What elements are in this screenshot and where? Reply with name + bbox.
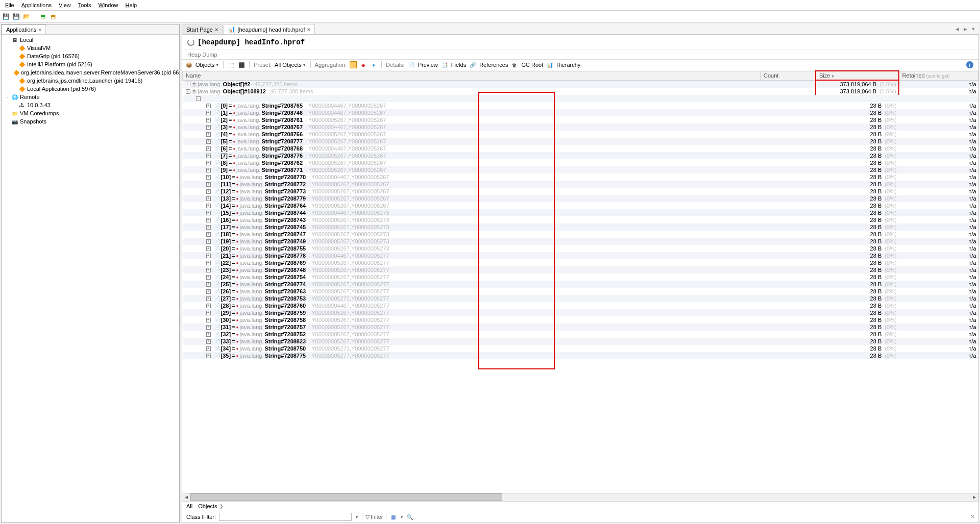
table-row[interactable]: + 📄 [32] = ● java.lang.String#7208752 : … (183, 331, 978, 338)
table-row[interactable]: + 📄 [0] = ● java.lang.String#7208765 : Y… (183, 102, 978, 109)
close-icon[interactable]: × (215, 27, 218, 33)
table-row[interactable]: + 📄 [15] = ● java.lang.String#7208744 : … (183, 209, 978, 216)
tree-node[interactable]: -🌐Remote (3, 93, 178, 101)
breadcrumb-all[interactable]: All (186, 503, 192, 509)
table-row[interactable]: + 📄 [9] = ● java.lang.String#7208771 : Y… (183, 166, 978, 173)
table-row[interactable]: + 📄 [20] = ● java.lang.String#7208755 : … (183, 245, 978, 252)
table-row[interactable]: + 📄 [18] = ● java.lang.String#7208747 : … (183, 231, 978, 238)
tree-node[interactable]: 🔶org.jetbrains.jps.cmdline.Launcher (pid… (3, 77, 178, 85)
table-row[interactable]: + 📄 [12] = ● java.lang.String#7208773 : … (183, 188, 978, 195)
tool1-icon[interactable]: ⬚ (228, 61, 235, 68)
table-row[interactable]: + 📄 [6] = ● java.lang.String#7208768 : Y… (183, 145, 978, 152)
objects-table[interactable]: Name Count Size▼ Retained (sort to get) … (182, 70, 978, 493)
table-row[interactable]: + 📄 [21] = ● java.lang.String#7208778 : … (183, 252, 978, 259)
close-icon[interactable]: × (307, 27, 310, 33)
table-row[interactable]: + 📄 [8] = ● java.lang.String#7208762 : Y… (183, 159, 978, 166)
preview-button[interactable]: Preview (418, 62, 438, 68)
plugin2-icon[interactable]: ⬒ (49, 13, 57, 21)
table-row[interactable]: + 📄 [17] = ● java.lang.String#7208745 : … (183, 223, 978, 231)
table-row[interactable]: + 📄 [24] = ● java.lang.String#7208754 : … (183, 273, 978, 281)
plugin-icon[interactable]: ⬒ (39, 13, 47, 21)
tab-start-page[interactable]: Start Page× (182, 24, 223, 34)
table-row[interactable]: + 📄 [7] = ● java.lang.String#7208776 : Y… (183, 152, 978, 159)
table-row[interactable]: + 📄 [35] = ● java.lang.String#7208775 : … (183, 352, 978, 359)
table-row[interactable]: + 📄 [28] = ● java.lang.String#7208760 : … (183, 302, 978, 309)
table-row[interactable]: + 📄 [13] = ● java.lang.String#7208779 : … (183, 195, 978, 202)
menu-view[interactable]: View (56, 1, 74, 9)
preset-dropdown[interactable]: All Objects▼ (275, 62, 306, 68)
filter-button[interactable]: ▽Filter (365, 514, 383, 520)
class-filter-input[interactable] (219, 513, 352, 521)
info-icon[interactable]: i (966, 61, 973, 68)
references-icon: 🔗 (469, 61, 476, 68)
menu-file[interactable]: FFileile (2, 1, 17, 9)
tree-node[interactable]: 📁VM Coredumps (3, 109, 178, 117)
menu-tools[interactable]: Tools (75, 1, 94, 9)
save-all-icon[interactable]: 💾 (12, 13, 20, 21)
menu-help[interactable]: Help (122, 1, 140, 9)
close-icon[interactable]: × (38, 27, 41, 33)
table-row[interactable]: + 📄 [3] = ● java.lang.String#7208767 : Y… (183, 123, 978, 131)
tree-node[interactable]: 📷Snapshots (3, 117, 178, 126)
agg3-icon[interactable]: ● (370, 61, 377, 68)
table-row[interactable]: + 📄 [30] = ● java.lang.String#7208758 : … (183, 316, 978, 323)
tree-node[interactable]: 🔶DataGrip (pid 16576) (3, 52, 178, 60)
tree-node[interactable]: -🖥Local (3, 36, 178, 44)
tree-node[interactable]: 🔶VisualVM (3, 44, 178, 52)
table-row[interactable]: + 📄 [31] = ● java.lang.String#7208757 : … (183, 323, 978, 331)
menu-applications[interactable]: Applications (18, 1, 55, 9)
table-row[interactable]: + ☕ java.lang.Object[]#2 : 46,727,380 it… (183, 80, 978, 88)
folder-icon[interactable]: 📂 (22, 13, 31, 21)
col-name[interactable]: Name (183, 71, 761, 80)
table-row[interactable]: + 📄 [5] = ● java.lang.String#7208777 : Y… (183, 138, 978, 145)
objects-icon: 📦 (185, 61, 192, 68)
table-row[interactable]: + 📄 [1] = ● java.lang.String#7208746 : Y… (183, 109, 978, 116)
agg2-icon[interactable]: ◆ (360, 61, 367, 68)
nav-dropdown-icon[interactable]: ▼ (970, 26, 977, 33)
table-row[interactable]: + 📄 [2] = ● java.lang.String#7208761 : Y… (183, 116, 978, 123)
gcroot-button[interactable]: GC Root (521, 62, 543, 68)
menu-window[interactable]: Window (95, 1, 121, 9)
references-button[interactable]: References (479, 62, 508, 68)
breadcrumb-objects[interactable]: Objects (198, 503, 217, 509)
table-row[interactable]: + 📄 [10] = ● java.lang.String#7208770 : … (183, 173, 978, 181)
tree-node[interactable]: 🔶Local Application (pid 5976) (3, 85, 178, 93)
filter-opt1-icon[interactable]: ▦ (389, 513, 397, 520)
fields-button[interactable]: Fields (451, 62, 466, 68)
table-row[interactable]: + 📄 [33] = ● java.lang.String#7208823 : … (183, 338, 978, 345)
table-row[interactable]: + 📄 [34] = ● java.lang.String#7208750 : … (183, 345, 978, 352)
table-row[interactable]: + 📄 [4] = ● java.lang.String#7208766 : Y… (183, 131, 978, 138)
editor-tabs: Start Page× 📊[heapdump] headInfo.hprof× … (182, 24, 979, 35)
horizontal-scrollbar[interactable]: ◀▶ (182, 493, 978, 501)
nav-prev-icon[interactable]: ◀ (953, 26, 961, 33)
table-row[interactable]: + 📄 [27] = ● java.lang.String#7208753 : … (183, 295, 978, 302)
hierarchy-button[interactable]: Hierarchy (556, 62, 580, 68)
table-row[interactable]: + 📄 [22] = ● java.lang.String#7208769 : … (183, 259, 978, 266)
nav-next-icon[interactable]: ▶ (962, 26, 969, 33)
tool2-icon[interactable]: ⬛ (238, 61, 245, 68)
tree-node[interactable]: 🖧10.0.3.43 (3, 101, 178, 109)
applications-tree[interactable]: -🖥Local🔶VisualVM🔶DataGrip (pid 16576)🔶In… (2, 35, 179, 522)
table-row[interactable]: + 📄 [16] = ● java.lang.String#7208743 : … (183, 216, 978, 223)
save-icon[interactable]: 💾 (2, 13, 10, 21)
col-count[interactable]: Count (760, 71, 815, 80)
col-size[interactable]: Size▼ (816, 71, 899, 80)
close-filter-icon[interactable]: × (971, 513, 974, 520)
table-row[interactable]: - ☕ java.lang.Object[]#108912 : 46,727,3… (183, 88, 978, 95)
applications-tab[interactable]: Applications× (2, 24, 46, 34)
agg1-icon[interactable] (350, 61, 357, 68)
tree-node[interactable]: 🔶IntelliJ Platform (pid 5216) (3, 60, 178, 68)
table-row[interactable]: + 📄 [11] = ● java.lang.String#7208772 : … (183, 181, 978, 188)
table-row[interactable]: - (183, 95, 978, 102)
table-row[interactable]: + 📄 [23] = ● java.lang.String#7208748 : … (183, 266, 978, 273)
table-row[interactable]: + 📄 [25] = ● java.lang.String#7208774 : … (183, 281, 978, 288)
table-row[interactable]: + 📄 [19] = ● java.lang.String#7208749 : … (183, 238, 978, 245)
tree-node[interactable]: 🔶org.jetbrains.idea.maven.server.RemoteM… (3, 68, 178, 77)
filter-opt2-icon[interactable]: 🔍 (406, 513, 413, 520)
table-row[interactable]: + 📄 [29] = ● java.lang.String#7208759 : … (183, 309, 978, 316)
table-row[interactable]: + 📄 [14] = ● java.lang.String#7208764 : … (183, 202, 978, 209)
tab-heapdump[interactable]: 📊[heapdump] headInfo.hprof× (224, 24, 315, 34)
table-row[interactable]: + 📄 [26] = ● java.lang.String#7208763 : … (183, 288, 978, 295)
objects-dropdown[interactable]: Objects▼ (195, 62, 219, 68)
col-retained[interactable]: Retained (sort to get) (899, 71, 978, 80)
